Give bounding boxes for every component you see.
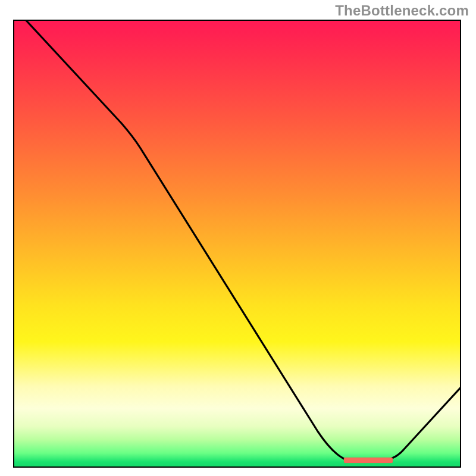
page: TheBottleneck.com (0, 0, 476, 476)
chart-line (23, 21, 460, 461)
watermark-text: TheBottleneck.com (335, 2, 469, 19)
chart-overlay (14, 21, 460, 466)
chart-area (13, 20, 461, 468)
bottom-marker (344, 458, 393, 463)
